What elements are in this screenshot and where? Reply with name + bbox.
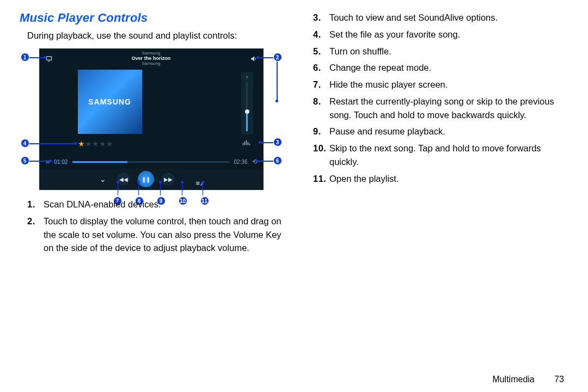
footer-section: Multimedia [492,375,534,384]
callout-1: 1 [21,53,29,62]
list-item: Set the file as your favorite song. [313,28,572,41]
list-item: Restart the currently-playing song or sk… [313,95,572,122]
list-item: Touch to view and set SoundAlive options… [313,11,572,24]
callout-2: 2 [273,53,282,62]
list-item: Change the repeat mode. [313,61,572,75]
callout-layer: 1 2 3 4 5 6 [21,48,282,190]
callout-3: 3 [273,138,282,146]
callout-6: 6 [273,156,282,165]
list-item: Pause and resume playback. [313,125,572,138]
list-item: Open the playlist. [313,172,572,186]
figure-container: Samsung Over the horizon Samsung SAMSUNG… [21,48,282,190]
left-list: Scan DLNA-enabled devices. Touch to disp… [27,198,286,255]
section-heading: Music Player Controls [20,11,286,25]
page-footer: Multimedia 73 [492,375,564,384]
intro-text: During playback, use the sound and playl… [27,29,286,42]
right-list: Touch to view and set SoundAlive options… [313,11,572,185]
footer-page: 73 [554,375,564,384]
list-item: Turn on shuffle. [313,45,572,58]
callout-4: 4 [21,139,29,148]
list-item: Scan DLNA-enabled devices. [27,198,286,211]
list-item: Skip to the next song. Tap and hold to m… [313,142,572,169]
list-item: Touch to display the volume control, the… [27,215,286,255]
list-item: Hide the music player screen. [313,78,572,91]
callout-5: 5 [21,156,29,165]
